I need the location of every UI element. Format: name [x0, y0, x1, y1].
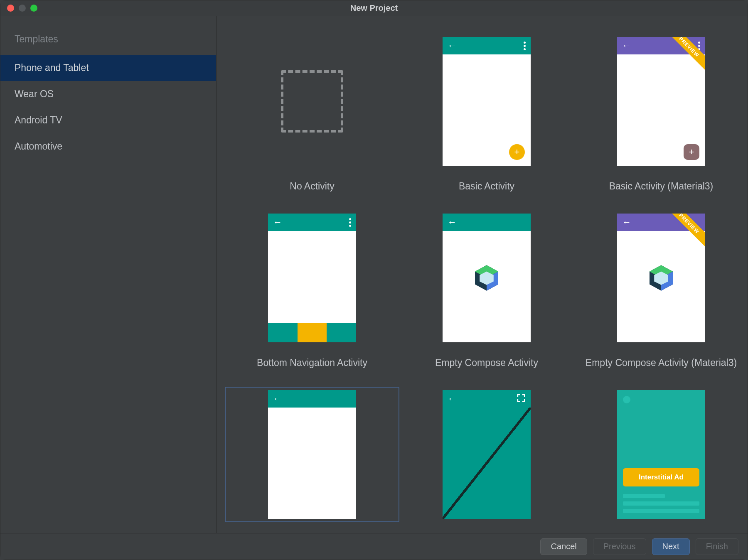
mock-appbar: ← [268, 390, 356, 408]
template-bottom-navigation[interactable]: ← Bottom Navigation Activity [225, 210, 399, 372]
mock-bottom-nav [268, 323, 356, 342]
template-thumb: ← PREVIEW [617, 214, 705, 342]
mock-text-line [623, 501, 699, 506]
template-no-activity[interactable]: No Activity [225, 34, 399, 195]
sidebar-header: Templates [0, 26, 216, 55]
mock-appbar: ← [268, 214, 356, 231]
window-title: New Project [0, 3, 748, 13]
template-empty-compose[interactable]: ← Empty Compose Activity [399, 210, 574, 372]
template-basic-activity[interactable]: ← + Basic Activity [399, 34, 574, 195]
template-ad[interactable]: Interstitial Ad [574, 387, 748, 522]
dialog-footer: Cancel Previous Next Finish [0, 533, 748, 560]
dialog-body: Templates Phone and Tablet Wear OS Andro… [0, 16, 748, 533]
fab-icon: + [684, 144, 699, 160]
template-label: Basic Activity (Material3) [609, 181, 714, 192]
mock-appbar: ← [443, 390, 531, 408]
template-thumb: ← [268, 390, 356, 519]
template-thumb: ← [443, 214, 531, 342]
template-label: Basic Activity [459, 181, 514, 192]
template-thumb: ← [268, 214, 356, 342]
mock-text-line [623, 509, 699, 513]
jetpack-compose-icon [647, 263, 676, 292]
minimize-window-button[interactable] [19, 5, 26, 12]
mock-appbar: ← [443, 214, 531, 231]
diagonal-decoration [443, 408, 531, 519]
template-label: Empty Compose Activity (Material3) [586, 357, 737, 368]
new-project-window: New Project Templates Phone and Tablet W… [0, 0, 748, 560]
template-thumb [268, 37, 356, 166]
sidebar-item-automotive[interactable]: Automotive [0, 133, 216, 160]
sidebar-item-phone-tablet[interactable]: Phone and Tablet [0, 55, 216, 81]
overflow-menu-icon [698, 42, 700, 50]
template-label: Empty Compose Activity [435, 357, 538, 368]
next-button[interactable]: Next [652, 538, 690, 555]
back-arrow-icon: ← [273, 217, 282, 228]
back-arrow-icon: ← [622, 217, 631, 228]
window-controls [7, 5, 37, 12]
cancel-button[interactable]: Cancel [540, 538, 587, 555]
back-arrow-icon: ← [448, 40, 457, 51]
back-arrow-icon: ← [448, 217, 457, 228]
template-thumb: ← + [443, 37, 531, 166]
template-grid: No Activity ← + Basic Activity [225, 34, 739, 522]
back-arrow-icon: ← [273, 393, 282, 404]
overflow-menu-icon [349, 218, 351, 227]
template-label: Bottom Navigation Activity [257, 357, 367, 368]
mock-dot-icon [623, 396, 630, 403]
back-arrow-icon: ← [448, 393, 457, 404]
sidebar: Templates Phone and Tablet Wear OS Andro… [0, 16, 217, 533]
dashed-placeholder-icon [281, 70, 343, 133]
template-fullscreen[interactable]: ← [399, 387, 574, 522]
mock-ad-button: Interstitial Ad [623, 468, 699, 486]
template-thumb: ← [443, 390, 531, 519]
template-empty-activity[interactable]: ← [225, 387, 399, 522]
fullscreen-icon [517, 393, 526, 405]
back-arrow-icon: ← [622, 40, 631, 51]
titlebar: New Project [0, 0, 748, 16]
template-thumb: Interstitial Ad [617, 390, 705, 519]
close-window-button[interactable] [7, 5, 14, 12]
jetpack-compose-icon [472, 263, 501, 292]
mock-text-line [623, 494, 665, 498]
overflow-menu-icon [524, 42, 526, 50]
template-thumb: ← + PREVIEW [617, 37, 705, 166]
zoom-window-button[interactable] [30, 5, 37, 12]
template-gallery[interactable]: No Activity ← + Basic Activity [217, 16, 748, 533]
previous-button[interactable]: Previous [593, 538, 646, 555]
sidebar-item-wear-os[interactable]: Wear OS [0, 81, 216, 107]
mock-appbar: ← [443, 37, 531, 54]
sidebar-item-android-tv[interactable]: Android TV [0, 107, 216, 133]
template-basic-activity-m3[interactable]: ← + PREVIEW Basic Activity (Material3) [574, 34, 748, 195]
template-label: No Activity [290, 181, 334, 192]
fab-icon: + [509, 144, 525, 160]
template-empty-compose-m3[interactable]: ← PREVIEW Empty Compose Activity (Materi… [574, 210, 748, 372]
finish-button[interactable]: Finish [696, 538, 738, 555]
